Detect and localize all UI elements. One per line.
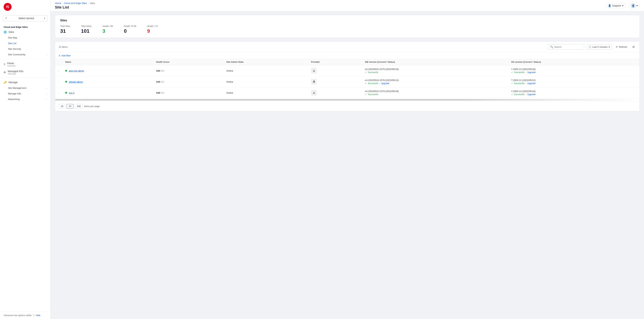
- sw-version-1: crt-20220510-1579 (2022/05/19) ✓ Success…: [362, 65, 508, 76]
- table-scroll: Name Health Score Site Admin State Provi…: [55, 59, 640, 98]
- stat-total-alerts: Total Alerts 101: [81, 25, 92, 34]
- sw-status-text-1: Successful: [368, 71, 378, 74]
- stat-label-health-gt95: Health >95: [102, 25, 113, 28]
- items-count: 31 items: [59, 46, 68, 48]
- os-upgrade-link-3[interactable]: Upgrade: [527, 93, 536, 96]
- support-label: Support: [612, 4, 621, 7]
- col-os-version[interactable]: OS version (Current / Status): [508, 59, 640, 65]
- manage-icon: 🔑: [4, 81, 7, 84]
- sw-check-icon-2: ✓: [365, 82, 367, 85]
- support-button[interactable]: 👤 Support ▾: [606, 3, 626, 8]
- table-row: › svc-2 100/100 Online a: [55, 87, 640, 98]
- os-status-text-3: Successful: [514, 93, 524, 96]
- provider-icon-2: A: [311, 79, 317, 85]
- breadcrumb-cloud-edge[interactable]: Cloud and Edge Sites: [64, 2, 87, 5]
- status-dot-3: [65, 92, 67, 94]
- fleets-sub: Overview: [7, 65, 16, 67]
- topbar-left: Home › Cloud and Edge Sites › Sites Site…: [55, 2, 95, 10]
- health-score-3: 100/100: [153, 87, 224, 98]
- hide-link[interactable]: Hide: [36, 314, 40, 317]
- site-link-shivam-demo[interactable]: shivam-demo: [69, 81, 83, 83]
- breadcrumb-home[interactable]: Home: [55, 2, 61, 5]
- info-icon: ⓘ: [33, 314, 35, 317]
- stats-card: Sites Total Sites 31 Total Alerts 101 He…: [55, 15, 640, 38]
- site-connectivity-label: Site Connectivity: [8, 53, 26, 56]
- user-button[interactable]: 👤 ▾: [629, 2, 640, 10]
- data-table: Name Health Score Site Admin State Provi…: [55, 59, 640, 98]
- sw-check-icon-1: ✓: [365, 71, 367, 74]
- stat-value-total-alerts: 101: [81, 28, 92, 34]
- managed-k8s-label: Managed K8s: [8, 70, 23, 73]
- sw-upgrade-link-2[interactable]: Upgrade: [381, 82, 389, 85]
- stats-title: Sites: [60, 19, 634, 22]
- sidebar-item-managed-k8s[interactable]: ⚙ Managed K8s Overview: [0, 68, 50, 76]
- page-size-10[interactable]: 10: [59, 104, 65, 109]
- status-dot-1: [65, 70, 67, 72]
- row-expander-2[interactable]: ›: [58, 81, 59, 83]
- toolbar-right: 🔍 🕐 Last 5 minutes ▾ ↻ Refresh ⚙: [548, 44, 636, 50]
- chevron-right-icon-2: ›: [46, 87, 47, 89]
- sidebar-footer: Advanced nav options visible ⓘ Hide: [0, 311, 50, 319]
- os-upgrade-link-2[interactable]: Upgrade: [527, 82, 536, 85]
- pagination: 10 50 100 items per page: [55, 101, 640, 111]
- sidebar-item-site-management[interactable]: Site Management ›: [0, 85, 50, 91]
- refresh-button[interactable]: ↻ Refresh: [614, 45, 629, 49]
- sidebar-item-fleets[interactable]: ⠿ Fleets Overview: [0, 60, 50, 68]
- provider-icon-3: a: [311, 90, 317, 96]
- sidebar-item-manage-k8s[interactable]: Manage K8s ›: [0, 91, 50, 96]
- settings-button[interactable]: ⚙: [631, 45, 636, 49]
- stat-value-health-70-95: 0: [124, 28, 136, 34]
- sidebar-item-networking[interactable]: Networking ›: [0, 96, 50, 102]
- sw-check-icon-3: ✓: [365, 93, 367, 96]
- col-health[interactable]: Health Score: [153, 59, 224, 65]
- col-name[interactable]: Name: [62, 59, 153, 65]
- col-provider[interactable]: Provider: [308, 59, 362, 65]
- sidebar-item-site-list[interactable]: Site List: [0, 41, 50, 46]
- sidebar-item-site-map[interactable]: Site Map: [0, 35, 50, 41]
- page-size-100[interactable]: 100: [75, 104, 83, 109]
- page-size-50[interactable]: 50: [67, 104, 73, 109]
- clock-icon: 🕐: [588, 46, 591, 48]
- os-upgrade-link-1[interactable]: Upgrade: [527, 71, 536, 74]
- add-filter-label: Add filter: [62, 54, 71, 57]
- stat-value-health-gt95: 3: [102, 28, 113, 34]
- provider-icon-1: a: [311, 68, 317, 74]
- stat-label-health-70-95: Health 70-95: [124, 25, 136, 28]
- content-area: Sites Total Sites 31 Total Alerts 101 He…: [50, 12, 644, 319]
- support-chevron-icon: ▾: [622, 4, 624, 7]
- site-link-aws-vpc-demo[interactable]: aws-vpc-demo: [69, 70, 84, 72]
- k8s-icon: ⚙: [4, 71, 6, 74]
- select-service-button[interactable]: ⠿ Select service ▾: [3, 15, 48, 21]
- breadcrumb: Home › Cloud and Edge Sites › Sites: [55, 2, 95, 5]
- add-filter-button[interactable]: ⧖ Add filter: [59, 54, 71, 57]
- managed-k8s-sub: Overview: [8, 73, 23, 75]
- manage-k8s-label: Manage K8s: [8, 92, 21, 95]
- main-content: Home › Cloud and Edge Sites › Sites Site…: [50, 0, 644, 319]
- row-expander-1[interactable]: ›: [58, 70, 59, 72]
- sidebar-item-site-security[interactable]: Site Security: [0, 46, 50, 52]
- networking-label: Networking: [8, 98, 20, 101]
- site-link-svc-2[interactable]: svc-2: [69, 92, 74, 94]
- sidebar-item-manage[interactable]: 🔑 Manage: [0, 79, 50, 85]
- col-admin-state[interactable]: Site Admin State: [224, 59, 308, 65]
- admin-state-3: Online: [224, 87, 308, 98]
- stat-health-gt95: Health >95 3: [102, 25, 113, 34]
- col-sw-version[interactable]: SW version (Current / Status): [362, 59, 508, 65]
- stat-health-lt70: Health <70 9: [147, 25, 158, 34]
- table-toolbar: 31 items 🔍 🕐 Last 5 minutes ▾ ↻ Refresh: [55, 42, 640, 52]
- table-row: › shivam-demo 100/100 Online A: [55, 76, 640, 87]
- time-filter-button[interactable]: 🕐 Last 5 minutes ▾: [586, 44, 612, 50]
- sidebar: f5 ⠿ Select service ▾ Cloud and Edge Sit…: [0, 0, 50, 319]
- search-box[interactable]: 🔍: [548, 44, 584, 50]
- admin-state-1: Online: [224, 65, 308, 76]
- search-input[interactable]: [554, 46, 582, 48]
- table-row: › aws-vpc-demo 100/100 Online a: [55, 65, 640, 76]
- sidebar-item-sites[interactable]: 🌐 Sites: [0, 29, 50, 35]
- user-chevron-icon: ▾: [636, 4, 638, 7]
- row-expander-3[interactable]: ›: [58, 92, 59, 94]
- gear-icon: ⚙: [632, 45, 635, 49]
- sw-status-text-3: Successful: [368, 93, 378, 96]
- table-header: Name Health Score Site Admin State Provi…: [55, 59, 640, 65]
- chevron-right-icon-4: ›: [46, 98, 47, 100]
- sidebar-item-site-connectivity[interactable]: Site Connectivity ›: [0, 52, 50, 57]
